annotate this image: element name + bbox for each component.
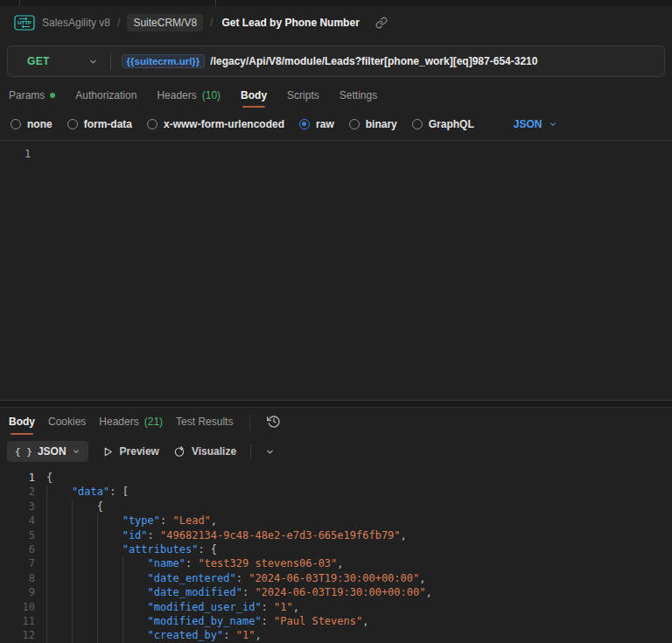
breadcrumb-folder[interactable]: SuiteCRM/V8 xyxy=(127,14,203,31)
header-count-badge: (21) xyxy=(144,416,163,428)
body-type-radio-graphql[interactable]: GraphQL xyxy=(412,118,474,130)
breadcrumb-collection[interactable]: SalesAgility v8 xyxy=(42,17,110,29)
code-line: 11"modified_by_name": "Paul Stevens", xyxy=(0,614,672,628)
chevron-down-icon[interactable] xyxy=(88,57,98,66)
json-key: "date_entered" xyxy=(148,571,236,585)
response-tab-label: Cookies xyxy=(48,416,86,428)
pane-resize-handle[interactable] xyxy=(0,400,672,408)
line-number: 10 xyxy=(0,600,35,614)
share-link-icon[interactable] xyxy=(375,17,388,29)
indent-guide xyxy=(72,571,97,585)
response-tab-headers[interactable]: Headers(21) xyxy=(99,408,163,436)
request-tab-params[interactable]: Params xyxy=(9,82,55,108)
indent-guide xyxy=(72,556,97,570)
request-tab-scripts[interactable]: Scripts xyxy=(287,82,319,108)
request-body-editor[interactable]: 1 xyxy=(0,140,672,400)
response-format-dropdown[interactable]: { } JSON xyxy=(7,441,88,462)
indent-guide xyxy=(46,556,72,570)
indent-guide xyxy=(97,528,122,542)
tab-edge-divider xyxy=(215,0,216,5)
json-key: "modified_user_id" xyxy=(148,600,262,614)
code-line: 4"type": "Lead", xyxy=(0,514,672,528)
indent-guide xyxy=(122,556,148,570)
code-content: "date_entered": "2024-06-03T19:30:00+00:… xyxy=(46,571,425,585)
response-tab-cookies[interactable]: Cookies xyxy=(48,408,86,436)
indent-guide xyxy=(122,614,148,628)
chevron-down-icon xyxy=(549,120,557,129)
line-number: 1 xyxy=(0,471,35,485)
chevron-down-icon[interactable] xyxy=(265,447,275,457)
header-count-badge: (10) xyxy=(202,89,220,101)
url-input[interactable]: /legacy/Api/V8/module/Leads?filter[phone… xyxy=(210,55,537,67)
history-icon[interactable] xyxy=(267,415,281,429)
body-type-label: none xyxy=(27,118,52,130)
request-tab-body[interactable]: Body xyxy=(241,82,267,108)
json-string: "2024-06-03T19:30:00+00:00" xyxy=(255,585,425,599)
indent-guide xyxy=(97,600,122,614)
raw-language-dropdown[interactable]: JSON xyxy=(514,118,558,130)
indent-guide xyxy=(72,614,97,628)
url-variable-chip[interactable]: {{suitecrm.url}} xyxy=(122,54,206,68)
url-divider xyxy=(110,52,111,70)
magic-wand-icon xyxy=(173,445,186,458)
json-punctuation: : xyxy=(148,528,160,542)
response-tab-test-results[interactable]: Test Results xyxy=(176,408,233,436)
request-title[interactable]: Get Lead by Phone Number xyxy=(221,17,359,29)
body-type-label: x-www-form-urlencoded xyxy=(164,118,284,130)
json-key: "date_modified" xyxy=(148,585,242,599)
indent-guide xyxy=(72,628,97,642)
json-punctuation: , xyxy=(401,528,407,542)
radio-circle-icon xyxy=(67,119,78,129)
response-body-viewer[interactable]: 1{2"data": [3{4"type": "Lead",5"id": "49… xyxy=(0,467,672,643)
method-selector[interactable]: GET xyxy=(8,55,50,67)
code-content: "name": "test329 stevens06-03", xyxy=(46,556,344,570)
request-tab-label: Headers xyxy=(157,89,196,101)
body-type-radio-x-www-form-urlencoded[interactable]: x-www-form-urlencoded xyxy=(147,118,284,130)
code-line: 5"id": "49682134-9c48-48e2-e7d3-665e19f6… xyxy=(0,528,672,542)
indent-guide xyxy=(97,542,122,556)
chevron-down-icon xyxy=(72,447,80,456)
request-tabs: ParamsAuthorizationHeaders(10)BodyScript… xyxy=(0,82,672,108)
indent-guide xyxy=(46,528,72,542)
indent-guide xyxy=(72,600,97,614)
request-tab-authorization[interactable]: Authorization xyxy=(75,82,136,108)
json-punctuation: : xyxy=(236,571,248,585)
json-string: "Paul Stevens" xyxy=(274,614,362,628)
json-string: "49682134-9c48-48e2-e7d3-665e19f6fb79" xyxy=(160,528,401,542)
request-tab-headers[interactable]: Headers(10) xyxy=(157,82,220,108)
indent-guide xyxy=(72,500,97,514)
indent-guide xyxy=(122,571,148,585)
code-content: "date_modified": "2024-06-03T19:30:00+00… xyxy=(46,585,432,599)
indent-guide xyxy=(122,600,148,614)
body-type-radio-form-data[interactable]: form-data xyxy=(67,118,132,130)
line-number: 8 xyxy=(0,571,35,585)
breadcrumb-separator: / xyxy=(117,17,120,29)
indent-guide xyxy=(72,528,97,542)
code-content: "modified_by_name": "Paul Stevens", xyxy=(46,614,368,628)
preview-button[interactable]: Preview xyxy=(102,445,159,458)
code-line: 7"name": "test329 stevens06-03", xyxy=(0,556,672,570)
body-type-radio-binary[interactable]: binary xyxy=(349,118,397,130)
code-content: "created_by": "1", xyxy=(46,628,262,642)
api-client-window: HTTP SalesAgility v8 / SuiteCRM/V8 / Get… xyxy=(0,0,672,643)
json-punctuation: : [ xyxy=(109,485,129,499)
json-string: "2024-06-03T19:30:00+00:00" xyxy=(248,571,419,585)
request-tab-settings[interactable]: Settings xyxy=(340,82,377,108)
response-tabs-divider xyxy=(249,415,250,429)
body-type-radio-none[interactable]: none xyxy=(10,118,52,130)
visualize-button[interactable]: Visualize xyxy=(173,445,236,458)
line-number: 11 xyxy=(0,614,35,628)
json-punctuation: , xyxy=(362,614,368,628)
indent-guide xyxy=(46,542,72,556)
json-string: "1" xyxy=(236,628,256,642)
code-line: 3{ xyxy=(0,500,672,514)
response-tab-body[interactable]: Body xyxy=(9,408,35,436)
indent-guide xyxy=(97,556,122,570)
indent-guide xyxy=(72,514,97,528)
code-content: "id": "49682134-9c48-48e2-e7d3-665e19f6f… xyxy=(46,528,407,542)
code-content: "type": "Lead", xyxy=(46,514,217,528)
body-type-radio-raw[interactable]: raw xyxy=(299,118,334,130)
json-string: "test329 stevens06-03" xyxy=(198,556,337,570)
code-line: 9"date_modified": "2024-06-03T19:30:00+0… xyxy=(0,585,672,599)
json-key: "data" xyxy=(72,485,109,499)
